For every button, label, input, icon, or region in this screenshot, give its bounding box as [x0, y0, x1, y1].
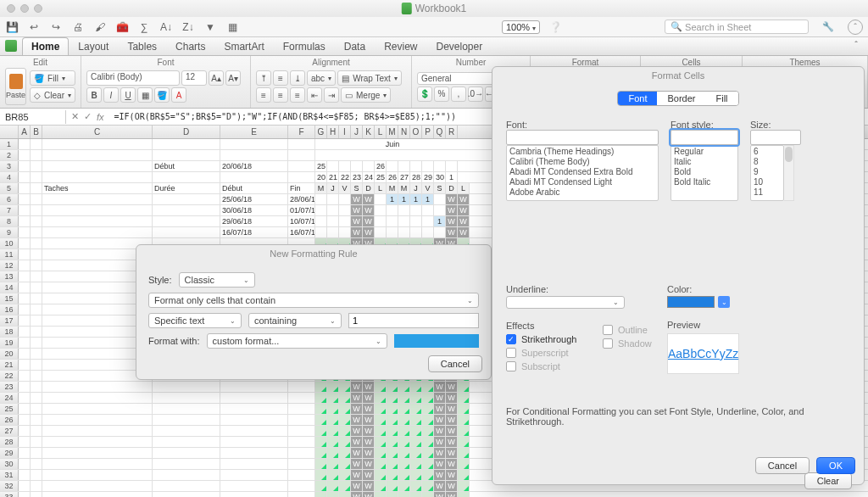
- cell[interactable]: [375, 459, 387, 469]
- cell[interactable]: [327, 393, 339, 403]
- cell[interactable]: [31, 216, 42, 226]
- col-header[interactable]: H: [327, 126, 339, 138]
- cell[interactable]: [288, 393, 315, 403]
- tab-font[interactable]: Font: [618, 92, 657, 105]
- cell[interactable]: [315, 481, 327, 491]
- currency-button[interactable]: 💲: [417, 87, 432, 102]
- name-box[interactable]: BR85: [0, 110, 66, 124]
- brush-icon[interactable]: 🖌: [93, 20, 107, 34]
- cell[interactable]: [19, 238, 31, 248]
- col-header[interactable]: I: [339, 126, 351, 138]
- cell[interactable]: [31, 437, 42, 447]
- row-header[interactable]: 14: [0, 282, 19, 293]
- tab-formulas[interactable]: Formulas: [274, 37, 335, 55]
- cell[interactable]: [288, 415, 315, 425]
- cell[interactable]: [19, 470, 31, 480]
- condition-operator-select[interactable]: containing⌄: [248, 313, 342, 328]
- cell[interactable]: [19, 481, 31, 491]
- cell[interactable]: W: [446, 227, 458, 237]
- cell[interactable]: [458, 404, 470, 414]
- cell[interactable]: [19, 415, 31, 425]
- cell[interactable]: [339, 481, 351, 491]
- wrap-text-button[interactable]: ▤ Wrap Text▾: [337, 70, 402, 86]
- tab-fill[interactable]: Fill: [705, 92, 737, 105]
- row-header[interactable]: 5: [0, 183, 19, 193]
- col-header[interactable]: P: [422, 126, 434, 138]
- cell[interactable]: 20: [315, 172, 327, 182]
- cell[interactable]: [339, 382, 351, 392]
- cell[interactable]: [375, 437, 387, 447]
- cell[interactable]: [31, 194, 42, 204]
- search-input[interactable]: 🔍 Search in Sheet: [665, 20, 809, 34]
- cell[interactable]: [315, 492, 327, 497]
- cell[interactable]: [327, 404, 339, 414]
- cell[interactable]: [398, 470, 410, 480]
- cell[interactable]: [31, 183, 42, 193]
- cell[interactable]: [31, 426, 42, 436]
- cell[interactable]: J: [327, 183, 339, 193]
- cell[interactable]: 28: [410, 172, 422, 182]
- cell[interactable]: [375, 393, 387, 403]
- cell[interactable]: [153, 139, 220, 149]
- cell[interactable]: [410, 227, 422, 237]
- zoom-field[interactable]: 100% ▾: [502, 20, 540, 34]
- cell[interactable]: [31, 382, 42, 392]
- redo-icon[interactable]: ↪︎: [49, 20, 63, 34]
- tab-layout[interactable]: Layout: [69, 37, 118, 55]
- inc-decimal-button[interactable]: .0→: [468, 87, 483, 102]
- cell[interactable]: [458, 459, 470, 469]
- cell[interactable]: W: [351, 426, 363, 436]
- cell[interactable]: W: [446, 205, 458, 215]
- cell[interactable]: [220, 415, 288, 425]
- cell[interactable]: [42, 139, 153, 149]
- cell[interactable]: [387, 216, 398, 226]
- cell[interactable]: W: [434, 437, 446, 447]
- cell[interactable]: [31, 282, 42, 293]
- list-item[interactable]: Abadi MT Condensed Light: [509, 177, 655, 187]
- cell[interactable]: [220, 139, 288, 149]
- cell[interactable]: [375, 426, 387, 436]
- cell[interactable]: [458, 415, 470, 425]
- cell[interactable]: W: [446, 194, 458, 204]
- cell[interactable]: W: [458, 216, 470, 226]
- cell[interactable]: [458, 481, 470, 491]
- cell[interactable]: [42, 437, 153, 447]
- cell[interactable]: [410, 459, 422, 469]
- cell[interactable]: [288, 382, 315, 392]
- fill-button[interactable]: 🪣Fill▾: [30, 70, 75, 86]
- row-header[interactable]: 3: [0, 161, 19, 171]
- cell[interactable]: [422, 393, 434, 403]
- cell[interactable]: [315, 437, 327, 447]
- cell[interactable]: [327, 426, 339, 436]
- cell[interactable]: W: [363, 205, 375, 215]
- cell[interactable]: 27: [398, 172, 410, 182]
- cell[interactable]: W: [446, 448, 458, 458]
- cell[interactable]: [31, 470, 42, 480]
- col-header[interactable]: E: [220, 126, 288, 138]
- cell[interactable]: [31, 161, 42, 171]
- cell[interactable]: [220, 492, 288, 497]
- cell[interactable]: [410, 426, 422, 436]
- cell[interactable]: [339, 227, 351, 237]
- align-bottom-button[interactable]: ⤓: [290, 70, 305, 86]
- cell[interactable]: 30: [434, 172, 446, 182]
- cell[interactable]: W: [446, 470, 458, 480]
- cell[interactable]: [19, 338, 31, 348]
- cell[interactable]: W: [351, 382, 363, 392]
- cell[interactable]: [339, 448, 351, 458]
- cell[interactable]: [446, 161, 458, 171]
- cell[interactable]: [153, 459, 220, 469]
- cell[interactable]: [19, 260, 31, 271]
- list-item[interactable]: Bold: [674, 167, 735, 177]
- cell[interactable]: [31, 481, 42, 491]
- cell[interactable]: [327, 481, 339, 491]
- cell[interactable]: [153, 470, 220, 480]
- italic-button[interactable]: I: [103, 87, 119, 103]
- cell[interactable]: [422, 205, 434, 215]
- cell[interactable]: [422, 216, 434, 226]
- cell[interactable]: [31, 393, 42, 403]
- cell[interactable]: [327, 227, 339, 237]
- cell[interactable]: [31, 371, 42, 381]
- cell[interactable]: [31, 404, 42, 414]
- row-header[interactable]: 9: [0, 227, 19, 237]
